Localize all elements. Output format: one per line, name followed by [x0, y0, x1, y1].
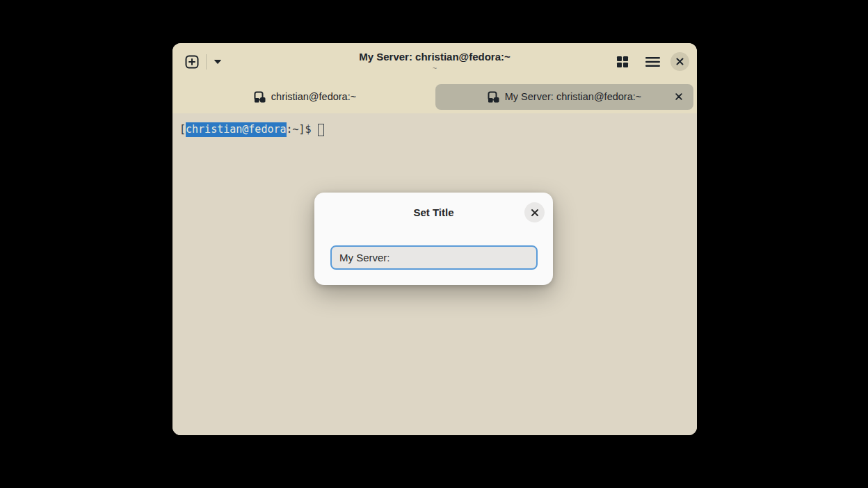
headerbar-right-controls: [611, 50, 689, 74]
set-title-dialog: Set Title: [314, 193, 553, 285]
new-tab-button[interactable]: [180, 50, 204, 74]
window-title: My Server: christian@fedora:~: [268, 51, 602, 63]
window-close-button[interactable]: [670, 52, 689, 71]
header-separator: [206, 54, 207, 70]
selected-user-host: christian@fedora: [186, 122, 287, 137]
chevron-down-icon: [214, 59, 222, 65]
network-computers-icon: [488, 91, 499, 103]
dialog-close-button[interactable]: [524, 202, 545, 222]
prompt-close: :~]$: [287, 122, 312, 137]
tab-list-dropdown-button[interactable]: [209, 50, 227, 74]
hamburger-icon: [645, 56, 660, 67]
grid-icon: [616, 56, 629, 68]
tab-bar: christian@fedora:~ My Server: christian@…: [172, 80, 697, 113]
terminal-cursor: [318, 124, 324, 136]
tab-overview-button[interactable]: [611, 50, 634, 74]
close-icon: [675, 93, 682, 100]
window-subtitle: ~: [268, 64, 602, 73]
tab-label: christian@fedora:~: [271, 91, 356, 102]
close-icon: [531, 209, 539, 217]
tab-my-server-session[interactable]: My Server: christian@fedora:~: [435, 84, 693, 110]
terminal-prompt-line: [christian@fedora:~]$: [179, 122, 690, 137]
window-title-block: My Server: christian@fedora:~ ~: [268, 51, 602, 73]
prompt-open-bracket: [: [179, 122, 186, 137]
headerbar-left-controls: [180, 50, 227, 74]
tab-local-session[interactable]: christian@fedora:~: [176, 84, 434, 110]
dialog-title: Set Title: [413, 206, 453, 218]
network-computers-icon: [254, 91, 266, 103]
main-menu-button[interactable]: [641, 50, 664, 74]
tab-label: My Server: christian@fedora:~: [505, 91, 641, 102]
close-icon: [676, 58, 684, 65]
plus-square-icon: [185, 55, 199, 69]
dialog-header: Set Title: [314, 193, 553, 231]
tab-close-button[interactable]: [670, 88, 687, 105]
title-input[interactable]: [330, 245, 538, 270]
headerbar: My Server: christian@fedora:~ ~: [172, 43, 697, 80]
